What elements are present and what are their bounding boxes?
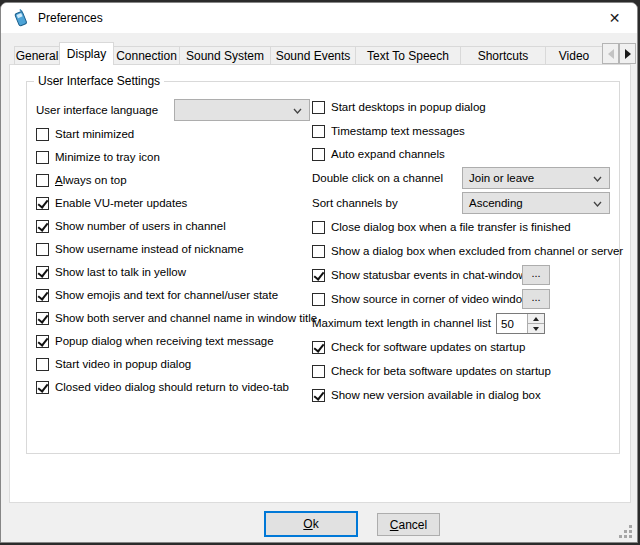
tab-text-to-speech[interactable]: Text To Speech — [355, 46, 461, 65]
checkbox-close-on-transfer[interactable]: Close dialog box when a file transfer is… — [312, 217, 571, 237]
tab-label: Shortcuts — [478, 49, 529, 63]
spin-up-button[interactable] — [528, 314, 544, 324]
close-icon: ✕ — [609, 10, 621, 26]
sort-channels-value: Ascending — [469, 197, 523, 209]
checkbox-box — [312, 293, 325, 306]
checkbox-box — [36, 335, 49, 348]
maxlen-label-row: Maximum text length in channel list — [312, 313, 491, 333]
checkbox-label: Start video in popup dialog — [55, 358, 191, 370]
checkbox-desktops-popup[interactable]: Start desktops in popup dialog — [312, 97, 486, 117]
maxlen-label: Maximum text length in channel list — [312, 317, 491, 329]
language-label: User interface language — [36, 104, 158, 116]
checkbox-popup-text-message[interactable]: Popup dialog when receiving text message — [36, 331, 274, 351]
spin-down-icon — [533, 327, 539, 331]
checkbox-closed-video-return[interactable]: Closed video dialog should return to vid… — [36, 377, 289, 397]
tab-connection[interactable]: Connection — [113, 46, 180, 65]
checkbox-vu-meter-updates[interactable]: Enable VU-meter updates — [36, 193, 187, 213]
preferences-dialog: Preferences ✕ General Display Connection… — [0, 2, 638, 543]
checkbox-box — [36, 266, 49, 279]
checkbox-last-to-talk[interactable]: Show last to talk in yellow — [36, 262, 186, 282]
checkbox-box — [36, 381, 49, 394]
checkbox-emojis-text-state[interactable]: Show emojis and text for channel/user st… — [36, 285, 278, 305]
checkbox-label: Always on top — [55, 174, 127, 186]
checkbox-label: Show last to talk in yellow — [55, 266, 186, 278]
checkbox-new-version-dialog[interactable]: Show new version available in dialog box — [312, 385, 541, 405]
checkbox-label: Check for beta software updates on start… — [331, 365, 551, 377]
tab-shortcuts[interactable]: Shortcuts — [460, 46, 546, 65]
double-click-combobox[interactable]: Join or leave — [462, 167, 610, 189]
checkbox-label: Enable VU-meter updates — [55, 197, 187, 209]
checkbox-start-minimized[interactable]: Start minimized — [36, 124, 134, 144]
checkbox-box — [312, 269, 325, 282]
display-tab-page: User Interface Settings User interface l… — [9, 64, 631, 503]
tab-scroll-left-button[interactable] — [602, 43, 619, 64]
checkbox-always-on-top[interactable]: Always on top — [36, 170, 127, 190]
tab-label: Sound System — [186, 49, 264, 63]
maxlen-input[interactable] — [497, 314, 527, 333]
checkbox-check-updates[interactable]: Check for software updates on startup — [312, 337, 525, 357]
scroll-right-icon — [625, 49, 631, 59]
checkbox-label: Minimize to tray icon — [55, 151, 160, 163]
checkbox-show-user-count[interactable]: Show number of users in channel — [36, 216, 226, 236]
checkbox-label: Close dialog box when a file transfer is… — [331, 221, 571, 233]
double-click-value: Join or leave — [469, 172, 534, 184]
checkbox-minimize-to-tray[interactable]: Minimize to tray icon — [36, 147, 160, 167]
checkbox-box — [312, 221, 325, 234]
checkbox-box — [312, 101, 325, 114]
tab-label: Sound Events — [276, 49, 351, 63]
checkbox-timestamp-messages[interactable]: Timestamp text messages — [312, 121, 465, 141]
checkbox-label: Closed video dialog should return to vid… — [55, 381, 289, 393]
maxlen-spinbox[interactable] — [496, 313, 545, 334]
sort-channels-combobox[interactable]: Ascending — [462, 192, 610, 214]
checkbox-box — [36, 358, 49, 371]
tab-sound-system[interactable]: Sound System — [179, 46, 271, 65]
tab-sound-events[interactable]: Sound Events — [270, 46, 356, 65]
checkbox-check-beta-updates[interactable]: Check for beta software updates on start… — [312, 361, 551, 381]
chevron-down-icon — [293, 108, 302, 114]
checkbox-label: Auto expand channels — [331, 148, 445, 160]
scroll-left-icon — [608, 49, 614, 59]
checkbox-box — [312, 125, 325, 138]
checkbox-auto-expand-channels[interactable]: Auto expand channels — [312, 144, 445, 164]
checkbox-statusbar-events[interactable]: Show statusbar events in chat-window — [312, 265, 527, 285]
tab-scroll-right-button[interactable] — [619, 43, 636, 64]
checkbox-box — [312, 341, 325, 354]
source-corner-more-button[interactable]: ... — [522, 289, 550, 309]
double-click-label-row: Double click on a channel — [312, 168, 443, 188]
checkbox-server-channel-title[interactable]: Show both server and channel name in win… — [36, 308, 317, 328]
close-button[interactable]: ✕ — [592, 3, 637, 33]
ellipsis-icon: ... — [531, 267, 540, 279]
tab-bar: General Display Connection Sound System … — [14, 42, 602, 65]
language-combobox[interactable] — [174, 99, 310, 121]
checkbox-label: Check for software updates on startup — [331, 341, 525, 353]
checkbox-show-username[interactable]: Show username instead of nickname — [36, 239, 244, 259]
checkbox-box — [312, 365, 325, 378]
double-click-label: Double click on a channel — [312, 172, 443, 184]
ok-label: Ok — [303, 517, 318, 531]
tab-general[interactable]: General — [14, 46, 60, 65]
checkbox-label: Show number of users in channel — [55, 220, 226, 232]
checkbox-video-popup[interactable]: Start video in popup dialog — [36, 354, 191, 374]
tab-display[interactable]: Display — [59, 42, 114, 65]
tab-label: Connection — [116, 49, 177, 63]
checkbox-box — [36, 151, 49, 164]
checkbox-source-corner-video[interactable]: Show source in corner of video window — [312, 289, 530, 309]
checkbox-label: Timestamp text messages — [331, 125, 465, 137]
resize-grip-icon[interactable] — [619, 525, 633, 539]
checkbox-label: Show statusbar events in chat-window — [331, 269, 527, 281]
spinner-buttons — [527, 314, 544, 333]
checkbox-box — [36, 197, 49, 210]
ok-button[interactable]: Ok — [264, 511, 358, 537]
cancel-button[interactable]: Cancel — [377, 513, 440, 536]
statusbar-events-more-button[interactable]: ... — [522, 265, 550, 285]
tab-video[interactable]: Video — [545, 46, 603, 65]
checkbox-box — [36, 243, 49, 256]
checkbox-label: Show emojis and text for channel/user st… — [55, 289, 278, 301]
ellipsis-icon: ... — [531, 291, 540, 303]
checkbox-box — [36, 174, 49, 187]
checkbox-dialog-when-excluded[interactable]: Show a dialog box when excluded from cha… — [312, 241, 623, 261]
group-title: User Interface Settings — [34, 74, 164, 88]
spin-down-button[interactable] — [528, 324, 544, 333]
checkbox-label: Popup dialog when receiving text message — [55, 335, 274, 347]
checkbox-box — [312, 389, 325, 402]
